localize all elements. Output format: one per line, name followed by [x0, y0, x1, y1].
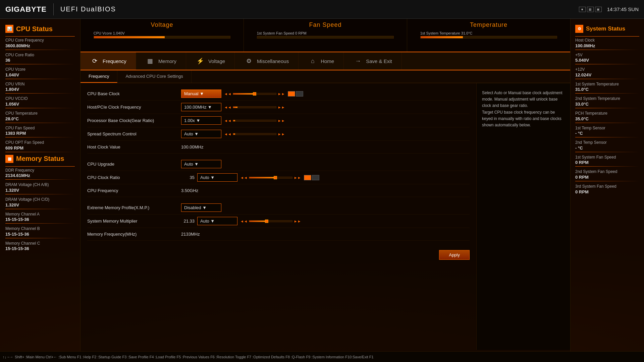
- toggle-off-2[interactable]: [312, 175, 319, 180]
- icon-2[interactable]: ▦: [587, 7, 594, 12]
- slider-track-6[interactable]: [249, 220, 292, 222]
- ctrl-xmp: Disabled ▼: [181, 203, 221, 212]
- slider-track-5[interactable]: [249, 177, 292, 179]
- row-host-pcie-clock: Host/PCIe Clock Frequency 100.00MHz ▼ ◄◄: [87, 101, 470, 114]
- sys-divider: [575, 36, 639, 37]
- fan-section: Fan Speed 1st System Fan Speed 0 RPM: [244, 19, 407, 52]
- slider-cpu-base-clock: ◄◄ ►►: [224, 92, 285, 96]
- tab-frequency[interactable]: ⟳ Frequency: [80, 52, 136, 70]
- slider-thumb[interactable]: [253, 92, 256, 96]
- sys-temp-1: 1st System Temperature 31.0°C: [575, 82, 639, 94]
- fan-title: Fan Speed: [309, 21, 341, 28]
- dropdown-cpu-ratio[interactable]: Auto ▼: [197, 173, 237, 182]
- toggle-on[interactable]: [288, 91, 295, 97]
- dropdown-sys-mem[interactable]: Auto ▼: [197, 217, 237, 225]
- temp-bar-track: [420, 36, 557, 39]
- temp-section: Temperature 1st System Temperature 31.0°…: [407, 19, 570, 52]
- cpu-divider: [5, 36, 75, 37]
- slider-spread: ◄◄ ►►: [224, 132, 285, 136]
- fan-bar-label: 1st System Fan Speed 0 RPM: [257, 31, 394, 35]
- row-xmp: Extreme Memory Profile(X.M.P.) Disabled …: [87, 201, 470, 215]
- icon-3[interactable]: ▣: [595, 7, 602, 12]
- 5v-item: +5V 5.040V: [575, 53, 639, 65]
- row-cpu-base-clock: CPU Base Clock Manual ▼ ◄◄: [87, 87, 470, 101]
- ctrl-spread: Auto ▼ ◄◄ ►►: [181, 130, 285, 138]
- nav-tabs: ⟳ Frequency ▦ Memory ⚡ Voltage ⚙ Miscell…: [80, 52, 570, 70]
- sys-status-icon: ⚙: [575, 25, 583, 33]
- dropdown-cpu-base-clock[interactable]: Manual ▼: [181, 89, 221, 98]
- mem-ch-a: Memory Channel A 15-15-15-36: [5, 212, 75, 224]
- sub-tabs: Frequency Advanced CPU Core Settings: [80, 70, 570, 83]
- dropdown-spread[interactable]: Auto ▼: [181, 130, 221, 138]
- voltage-bar-track: [94, 36, 231, 39]
- slider-right-arrow[interactable]: ►►: [278, 92, 285, 96]
- voltage-bar-container: CPU Vcore 1.040V: [94, 31, 231, 39]
- memory-nav-icon: ▦: [146, 56, 155, 66]
- fan-speed-1: 1st System Fan Speed 0 RPM: [575, 155, 639, 167]
- row-host-clock-value: Host Clock Value 100.00MHz: [87, 141, 470, 154]
- sub-tab-frequency[interactable]: Frequency: [80, 70, 117, 83]
- dropdown-cpu-upgrade[interactable]: Auto ▼: [181, 160, 221, 168]
- home-icon: ⌂: [308, 56, 317, 66]
- fan-speed-2: 2nd System Fan Speed 0 RPM: [575, 169, 639, 181]
- tab-save-exit[interactable]: → Save & Exit: [344, 52, 402, 70]
- slider-left-arrow[interactable]: ◄◄: [224, 92, 231, 96]
- apply-button[interactable]: Apply: [439, 250, 470, 260]
- sub-tab-advanced[interactable]: Advanced CPU Core Settings: [117, 70, 191, 83]
- dropdown-xmp[interactable]: Disabled ▼: [181, 203, 221, 212]
- ctrl-cpu-upgrade: Auto ▼: [181, 160, 221, 168]
- temp-title: Temperature: [470, 21, 507, 28]
- cpu-temp: CPU Temperature 28.0°C: [5, 111, 75, 123]
- temp-bar-fill: [421, 36, 463, 38]
- pch-temp: PCH Temperature 35.0°C: [575, 111, 639, 123]
- dram-v-ab: DRAM Voltage (CH A/B) 1.320V: [5, 182, 75, 194]
- row-cpu-frequency: CPU Frequency 3.50GHz: [87, 184, 470, 197]
- sys-temp-2: 2nd System Temperature 33.0°C: [575, 96, 639, 108]
- tab-misc[interactable]: ⚙ Miscellaneous: [235, 52, 299, 70]
- header-icons: ■ ▦ ▣: [579, 7, 602, 12]
- slider-thumb-2[interactable]: [274, 176, 277, 179]
- header: GIGABYTE UEFI DualBIOS ■ ▦ ▣ 14:37:45 SU…: [0, 0, 644, 19]
- clock: 14:37:45 SUN: [607, 6, 639, 12]
- voltage-title: Voltage: [151, 21, 173, 28]
- header-right: ■ ▦ ▣ 14:37:45 SUN: [579, 6, 639, 12]
- dropdown-host-pcie[interactable]: 100.00MHz ▼: [181, 103, 221, 111]
- dropdown-proc-base[interactable]: 1.00x ▼: [181, 116, 221, 125]
- fan-bar-track: [257, 36, 394, 39]
- row-cpu-clock-ratio: CPU Clock Ratio 35 Auto ▼ ◄◄: [87, 171, 470, 184]
- host-clock-value: 100.00MHz: [181, 144, 203, 149]
- slider-track-2[interactable]: [233, 106, 276, 108]
- product-title: UEFI DualBIOS: [60, 5, 116, 13]
- toggle-off[interactable]: [296, 91, 303, 97]
- slider-track-4[interactable]: [233, 133, 276, 135]
- 12v-item: +12V 12.024V: [575, 67, 639, 79]
- tab-memory[interactable]: ▦ Memory: [136, 52, 186, 70]
- slider-thumb-3[interactable]: [265, 220, 268, 223]
- sys-status-title: ⚙ System Status: [575, 25, 639, 33]
- left-sidebar: 📊 CPU Status CPU Core Frequency 3600.80M…: [0, 19, 80, 351]
- main-layout: 📊 CPU Status CPU Core Frequency 3600.80M…: [0, 19, 644, 351]
- cpu-frequency-val: 3.50GHz: [181, 188, 198, 193]
- memory-icon: ▦: [5, 155, 13, 163]
- cpu-fan: CPU Fan Speed 1383 RPM: [5, 126, 75, 138]
- toggle-cpu-base-clock: [288, 91, 303, 97]
- cpu-opt-fan: CPU OPT Fan Speed 609 RPM: [5, 140, 75, 152]
- header-divider: [53, 3, 54, 15]
- cpu-section-title: 📊 CPU Status: [5, 25, 75, 33]
- mem-divider: [5, 166, 75, 167]
- icon-1[interactable]: ■: [579, 7, 586, 12]
- slider-track[interactable]: [233, 93, 276, 95]
- ctrl-sys-mem-mult: Auto ▼ ◄◄ ►►: [197, 217, 301, 225]
- voltage-nav-icon: ⚡: [196, 56, 205, 66]
- dram-v-cd: DRAM Voltage (CH C/D) 1.320V: [5, 197, 75, 209]
- tab-home[interactable]: ⌂ Home: [299, 52, 344, 70]
- toggle-on-2[interactable]: [304, 175, 311, 180]
- slider-fill: [233, 93, 255, 95]
- right-sidebar: ⚙ System Status Host Clock 100.0MHz +5V …: [570, 19, 644, 351]
- cpu-core-freq: CPU Core Frequency 3600.80MHz: [5, 38, 75, 50]
- tab-voltage[interactable]: ⚡ Voltage: [186, 52, 235, 70]
- logo: GIGABYTE: [5, 5, 47, 14]
- hotkey-bar: ↑↓→← Shift+ :Main Menu Ctrl+← :Sub Menu …: [0, 351, 644, 362]
- slider-track-3[interactable]: [233, 120, 276, 122]
- fan-speed-3: 3rd System Fan Speed 0 RPM: [575, 184, 639, 194]
